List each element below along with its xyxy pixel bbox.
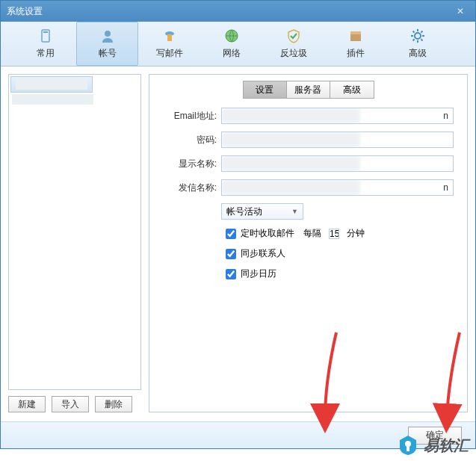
email-label: Email地址: — [163, 110, 221, 123]
tab-advanced[interactable]: 高级 — [330, 81, 374, 98]
toolbar-item-compose[interactable]: 写邮件 — [138, 22, 200, 66]
left-column: 新建 导入 删除 — [8, 74, 141, 412]
blurred-text — [16, 79, 87, 90]
svg-line-14 — [421, 39, 422, 40]
body: 新建 导入 删除 设置 服务器 高级 Email地址: n 密码 — [1, 66, 475, 417]
toolbar-label: 帐号 — [99, 47, 117, 60]
right-column: 设置 服务器 高级 Email地址: n 密码: 显示名称: — [149, 74, 468, 412]
import-button[interactable]: 导入 — [52, 396, 89, 412]
general-icon — [37, 28, 54, 44]
settings-window: 系统设置 ✕ 常用 帐号 写邮件 网络 反垃圾 插件 — [0, 0, 476, 449]
svg-line-15 — [412, 39, 414, 40]
display-field[interactable] — [221, 155, 454, 172]
right-panel: 设置 服务器 高级 Email地址: n 密码: 显示名称: — [149, 74, 468, 412]
subtabs: 设置 服务器 高级 — [243, 81, 374, 99]
email-field[interactable]: n — [221, 108, 454, 124]
left-buttons: 新建 导入 删除 — [8, 396, 141, 412]
delete-button[interactable]: 删除 — [95, 396, 132, 412]
svg-line-13 — [412, 31, 414, 33]
toolbar-label: 高级 — [409, 47, 427, 60]
sync-calendar-label: 同步日历 — [241, 267, 276, 280]
toolbar-label: 网络 — [223, 47, 241, 60]
sender-label: 发信名称: — [163, 182, 221, 194]
toolbar-label: 插件 — [347, 47, 365, 60]
fetch-label: 定时收取邮件 — [241, 227, 294, 240]
new-button[interactable]: 新建 — [8, 396, 46, 412]
sync-contacts-checkbox[interactable] — [226, 249, 236, 259]
list-item[interactable] — [10, 93, 139, 106]
toolbar-item-antispam[interactable]: 反垃圾 — [262, 22, 324, 66]
svg-point-2 — [105, 31, 111, 37]
tab-settings[interactable]: 设置 — [244, 81, 287, 98]
logo-icon — [397, 434, 419, 457]
sync-calendar-checkbox[interactable] — [226, 269, 236, 279]
svg-rect-6 — [350, 34, 361, 41]
fetch-checkbox[interactable] — [226, 229, 236, 239]
gear-icon — [409, 28, 426, 44]
close-icon: ✕ — [457, 6, 464, 16]
svg-rect-7 — [350, 31, 361, 34]
account-list[interactable] — [8, 74, 141, 390]
svg-rect-18 — [407, 445, 409, 451]
titlebar: 系统设置 ✕ — [1, 1, 475, 22]
activity-value: 帐号活动 — [226, 205, 262, 218]
minutes-suffix: 分钟 — [347, 227, 365, 240]
watermark: 易软汇 — [397, 434, 469, 457]
window-title: 系统设置 — [7, 5, 451, 18]
toolbar-label: 写邮件 — [156, 47, 183, 60]
every-label: 每隔 — [303, 227, 321, 240]
sender-field[interactable]: n — [221, 179, 454, 196]
globe-icon — [223, 28, 240, 44]
toolbar-label: 反垃圾 — [280, 47, 307, 60]
password-label: 密码: — [163, 134, 221, 146]
activity-select[interactable]: 帐号活动 ▼ — [221, 203, 303, 220]
list-item[interactable] — [10, 76, 93, 93]
toolbar-item-account[interactable]: 帐号 — [76, 22, 138, 66]
close-button[interactable]: ✕ — [451, 4, 469, 19]
blurred-text — [12, 94, 93, 105]
toolbar-item-general[interactable]: 常用 — [14, 22, 76, 66]
minutes-input[interactable] — [329, 229, 339, 239]
toolbar-item-plugins[interactable]: 插件 — [324, 22, 386, 66]
svg-rect-1 — [43, 31, 48, 33]
shield-icon — [285, 28, 302, 44]
account-icon — [99, 28, 116, 44]
sync-contacts-label: 同步联系人 — [241, 247, 285, 260]
box-icon — [347, 28, 364, 44]
svg-line-16 — [421, 31, 422, 33]
form: Email地址: n 密码: 显示名称: 发信名称: n — [149, 108, 467, 288]
toolbar-item-advanced[interactable]: 高级 — [386, 22, 448, 66]
password-field[interactable] — [221, 132, 454, 148]
tab-server[interactable]: 服务器 — [287, 81, 330, 98]
chevron-down-icon: ▼ — [291, 208, 298, 215]
display-label: 显示名称: — [163, 158, 221, 170]
toolbar: 常用 帐号 写邮件 网络 反垃圾 插件 高级 — [1, 22, 475, 66]
svg-rect-4 — [167, 34, 172, 41]
toolbar-item-network[interactable]: 网络 — [200, 22, 262, 66]
svg-point-8 — [415, 33, 421, 39]
toolbar-label: 常用 — [37, 47, 55, 60]
compose-icon — [161, 28, 178, 44]
watermark-text: 易软汇 — [424, 436, 469, 456]
